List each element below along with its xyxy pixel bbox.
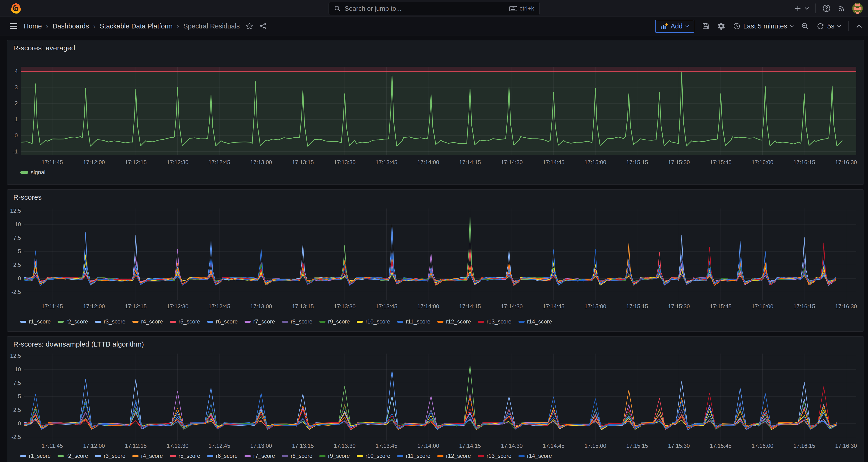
- grafana-logo[interactable]: [10, 2, 22, 15]
- zoom-out-icon[interactable]: [801, 22, 809, 30]
- legend-item-r3_score[interactable]: r3_score: [95, 453, 125, 459]
- legend-item-r12_score[interactable]: r12_score: [437, 453, 471, 459]
- legend-swatch: [319, 455, 326, 457]
- legend-item-r4_score[interactable]: r4_score: [132, 318, 163, 325]
- breadcrumb: Home › Dashboards › Stackable Data Platf…: [24, 22, 240, 30]
- x-axis-tick-label: 17:12:30: [157, 303, 199, 310]
- legend-item-r10_score[interactable]: r10_score: [357, 318, 390, 325]
- add-button[interactable]: Add: [655, 20, 694, 33]
- menu-icon[interactable]: [10, 23, 18, 29]
- legend-item-r1_score[interactable]: r1_score: [20, 453, 51, 459]
- legend-swatch: [20, 455, 26, 457]
- timeseries-chart-r-scores[interactable]: 12.5107.552.50-2.517:11:4517:12:0017:12:…: [7, 190, 864, 331]
- x-axis-tick-label: 17:16:30: [825, 442, 867, 450]
- legend-item-r2_score[interactable]: r2_score: [58, 318, 88, 325]
- legend-swatch: [95, 455, 101, 457]
- legend-swatch: [357, 455, 363, 457]
- time-range-picker[interactable]: Last 5 minutes: [733, 22, 794, 30]
- clock-icon: [733, 22, 741, 30]
- refresh-picker[interactable]: 5s: [816, 22, 841, 30]
- x-axis-tick-label: 17:13:45: [366, 159, 407, 166]
- timeseries-chart-r-scores-downsampled[interactable]: 12.5107.552.50-2.517:11:4517:12:0017:12:…: [7, 337, 864, 462]
- help-icon[interactable]: [822, 4, 831, 12]
- avatar[interactable]: [852, 3, 863, 14]
- panel-r-scores-averaged: R-scores: averaged 43210-117:11:4517:12:…: [7, 40, 864, 185]
- legend-item-r14_score[interactable]: r14_score: [519, 453, 552, 459]
- collapse-topbar-icon[interactable]: [856, 24, 862, 28]
- share-icon[interactable]: [259, 22, 267, 30]
- breadcrumb-dashboards[interactable]: Dashboards: [53, 22, 89, 30]
- breadcrumb-current-dashboard: Spectral Residuals: [183, 22, 240, 30]
- settings-gear-icon[interactable]: [717, 22, 725, 30]
- legend-label: r3_score: [104, 318, 125, 325]
- legend-item-r8_score[interactable]: r8_score: [282, 318, 312, 325]
- legend-label: r2_score: [66, 453, 88, 459]
- search-input[interactable]: Search or jump to... ctrl+k: [329, 2, 539, 15]
- y-axis-tick-label: 7.5: [7, 379, 21, 387]
- chevron-down-icon: [805, 7, 809, 10]
- legend-item-r5_score[interactable]: r5_score: [170, 453, 200, 459]
- chart-canvas[interactable]: [7, 190, 864, 331]
- x-axis-tick-label: 17:15:15: [616, 442, 658, 450]
- legend-item-r13_score[interactable]: r13_score: [478, 453, 512, 459]
- legend-item-r7_score[interactable]: r7_score: [245, 453, 275, 459]
- legend-item-r7_score[interactable]: r7_score: [245, 318, 275, 325]
- x-axis-tick-label: 17:14:00: [407, 159, 449, 166]
- legend: r1_scorer2_scorer3_scorer4_scorer5_score…: [20, 318, 552, 325]
- timeseries-chart-r-scores-averaged[interactable]: 43210-117:11:4517:12:0017:12:1517:12:301…: [7, 40, 864, 184]
- x-axis-tick-label: 17:16:15: [783, 303, 825, 310]
- x-axis-tick-label: 17:13:00: [240, 159, 282, 166]
- breadcrumb-separator: ›: [46, 22, 48, 30]
- legend-item-r11_score[interactable]: r11_score: [397, 453, 430, 459]
- legend-item-r5_score[interactable]: r5_score: [170, 318, 200, 325]
- legend-item-r14_score[interactable]: r14_score: [519, 318, 552, 325]
- search-shortcut: ctrl+k: [509, 5, 534, 12]
- legend-swatch: [58, 455, 64, 457]
- y-axis-tick-label: 2.5: [7, 406, 21, 413]
- legend-item-r3_score[interactable]: r3_score: [95, 318, 125, 325]
- legend-item-r9_score[interactable]: r9_score: [319, 453, 350, 459]
- legend-item-signal[interactable]: signal: [20, 169, 45, 176]
- legend-item-r11_score[interactable]: r11_score: [397, 318, 430, 325]
- legend-item-r1_score[interactable]: r1_score: [20, 318, 51, 325]
- legend-swatch: [58, 321, 64, 323]
- legend-item-r8_score[interactable]: r8_score: [282, 453, 312, 459]
- legend-label: r12_score: [446, 453, 471, 459]
- legend-item-r10_score[interactable]: r10_score: [357, 453, 390, 459]
- x-axis-tick-label: 17:14:30: [491, 303, 533, 310]
- legend-item-r6_score[interactable]: r6_score: [207, 318, 238, 325]
- legend-label: r5_score: [179, 453, 200, 459]
- legend-item-r9_score[interactable]: r9_score: [319, 318, 350, 325]
- x-axis-tick-label: 17:14:15: [449, 303, 491, 310]
- x-axis-tick-label: 17:15:15: [616, 159, 658, 166]
- series-line-r13_score[interactable]: [25, 387, 837, 429]
- x-axis-tick-label: 17:15:00: [575, 303, 616, 310]
- x-axis-tick-label: 17:15:00: [575, 442, 616, 450]
- legend-swatch: [170, 455, 176, 457]
- breadcrumb-folder[interactable]: Stackable Data Platform: [100, 22, 173, 30]
- x-axis-tick-label: 17:14:45: [532, 159, 575, 166]
- x-axis-tick-label: 17:13:15: [282, 159, 324, 166]
- legend-item-r6_score[interactable]: r6_score: [207, 453, 238, 459]
- legend-item-r4_score[interactable]: r4_score: [132, 453, 163, 459]
- x-axis-tick-label: 17:14:45: [532, 303, 575, 310]
- legend-swatch: [20, 321, 26, 323]
- news-icon[interactable]: [837, 4, 846, 12]
- series-line-r6_score[interactable]: [25, 370, 837, 430]
- y-axis-tick-label: 3: [7, 84, 18, 91]
- save-dashboard-icon[interactable]: [702, 22, 710, 30]
- x-axis-tick-label: 17:12:45: [198, 159, 240, 166]
- legend-item-r13_score[interactable]: r13_score: [478, 318, 512, 325]
- legend-item-r2_score[interactable]: r2_score: [58, 453, 88, 459]
- star-icon[interactable]: [246, 22, 253, 30]
- x-axis-tick-label: 17:15:45: [700, 159, 742, 166]
- x-axis-tick-label: 17:12:15: [115, 159, 157, 166]
- new-menu-button[interactable]: [794, 4, 809, 12]
- breadcrumb-home[interactable]: Home: [24, 22, 42, 30]
- x-axis-tick-label: 17:16:30: [825, 303, 867, 310]
- legend-label: r1_score: [29, 318, 51, 325]
- legend-item-r12_score[interactable]: r12_score: [437, 318, 471, 325]
- legend-label: r13_score: [487, 453, 512, 459]
- y-axis-tick-label: 0: [7, 132, 18, 139]
- legend-label: r1_score: [29, 453, 51, 459]
